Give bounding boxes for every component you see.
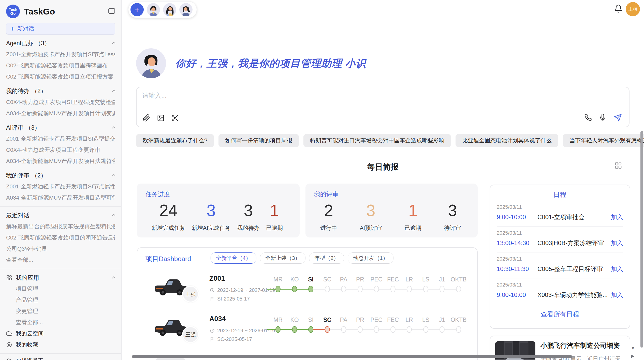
avatar-contact-1[interactable] <box>147 3 160 16</box>
scissors-icon[interactable] <box>171 114 179 123</box>
chevron-up-icon <box>112 174 115 178</box>
join-link[interactable]: 加入 <box>611 213 623 221</box>
owner-badge: 王强 <box>182 326 199 343</box>
project-row-z001[interactable]: 王强 Z001 2023-12-19 ~ 2027-01-19 SI-2025-… <box>137 273 477 313</box>
join-link[interactable]: 加入 <box>611 239 623 247</box>
project-dashboard-card: 项目Dashboard 全新平台（4） 全新上装（3） 年型（2） 动总开发（1… <box>137 247 478 360</box>
ai-employee-label: AI超级员工 <box>16 357 43 360</box>
sidebar-item-ai-employee[interactable]: AI超级员工 <box>6 355 115 360</box>
milestone-node-pending <box>440 286 445 292</box>
dashboard-title: 项目Dashboard <box>145 254 191 263</box>
input-toolbar-right <box>584 114 622 123</box>
sidebar-item[interactable]: C02-飞腾新能源轻客改款项目里程碑画布 <box>6 60 115 71</box>
notification-bell-icon[interactable] <box>614 4 623 14</box>
project-dates: 2023-12-19 ~ 2026-01-19 <box>210 328 275 334</box>
new-chat-button[interactable]: + 新对话 <box>6 23 115 35</box>
sidebar-item[interactable]: Z001-全新燃油皮卡产品开发项目SI节点Lesson Learn报告 <box>6 49 115 60</box>
app-item-change-mgmt[interactable]: 变更管理 <box>6 306 115 317</box>
sidebar-item[interactable]: C02-飞腾新能源轻客改款项目立项汇报方案 <box>6 71 115 82</box>
card-title: 我的评审 <box>314 190 463 198</box>
filter-chip-powertrain[interactable]: 动总开发（1） <box>348 252 393 264</box>
view-all-schedule-link[interactable]: 查看所有日程 <box>497 310 623 318</box>
app-item-product-mgmt[interactable]: 产品管理 <box>6 294 115 306</box>
avatar-contact-2[interactable] <box>163 3 176 16</box>
join-link[interactable]: 加入 <box>611 291 623 299</box>
owner-name: 王强 <box>185 291 196 298</box>
suggestion-chip[interactable]: 比亚迪全固态电池计划具体说了什么 <box>456 134 558 147</box>
suggestion-chip[interactable]: 当下年轻人对汽车外观有怎样的喜好趋势 <box>563 134 644 147</box>
recent-chat-item[interactable]: 公司Q3轻卡销量 <box>6 243 115 254</box>
cloud-space-label: 我的云空间 <box>16 330 44 337</box>
main-area: + 王强 你好，王强，我是你的项目管理助理 小识 <box>122 0 644 360</box>
project-row-a034[interactable]: 王强 A034 2023-12-19 ~ 2026-01-19 SC-2025-… <box>137 313 477 354</box>
milestone-node-pending <box>390 286 396 292</box>
schedule-date: 2025/03/11 <box>497 230 623 236</box>
horizontal-scrollbar-thumb[interactable] <box>132 355 572 358</box>
section-header-ai-review[interactable]: AI评审 （3） <box>6 122 115 133</box>
recent-chat-item[interactable]: C02-飞腾新能源轻客改款项目的闭环通告反馈情况 <box>6 232 115 243</box>
section-header-my-todo[interactable]: 我的待办 （2） <box>6 85 115 97</box>
input-toolbar-left <box>143 114 179 123</box>
sidebar-item[interactable]: A034-全新新能源MUV产品开发项目计划变更表编写 <box>6 108 115 119</box>
section-header-my-review[interactable]: 我的评审 （2） <box>6 170 115 181</box>
section-count: （2） <box>32 87 47 95</box>
milestone-node-done <box>275 286 281 292</box>
section-title: 我的评审 <box>6 172 30 179</box>
sidebar-item[interactable]: A034-全新新能源MUV产品开发项目造型可行性评审 <box>6 192 115 203</box>
stat-ai-completed: 3 新增AI完成任务 <box>192 201 231 232</box>
microphone-icon[interactable] <box>599 114 607 123</box>
section-title: Agent已办 <box>6 39 33 47</box>
assistant-avatar <box>136 48 166 78</box>
milestone-node-pending <box>456 326 461 333</box>
milestone-node-pending <box>423 326 428 333</box>
quick-actions-pill: + <box>128 1 197 18</box>
join-link[interactable]: 加入 <box>611 265 623 273</box>
sidebar-collapse-icon[interactable] <box>108 8 115 15</box>
recent-view-all[interactable]: 查看全部... <box>6 254 115 266</box>
schedule-item: 2025/03/11 9:00-10:00 C001-立项审批会 加入 <box>497 201 623 227</box>
app-item-project-mgmt[interactable]: 项目管理 <box>6 283 115 294</box>
apps-view-all[interactable]: 查看全部... <box>6 317 115 328</box>
section-header-my-apps[interactable]: 我的应用 <box>6 272 115 283</box>
sidebar-item-favorites[interactable]: 我的收藏 <box>6 339 115 350</box>
filter-chip-platform[interactable]: 全新平台（4） <box>211 252 256 264</box>
sidebar-item[interactable]: Z001-全新燃油轻卡产品开发项目SI造型提交物评审 <box>6 133 115 144</box>
suggestion-chip[interactable]: 欧洲新规最近颁布了什么? <box>136 134 214 147</box>
schedule-item: 2025/03/11 13:00-14:30 C003|H0B-方案冻结评审 加… <box>497 227 623 252</box>
schedule-item: 2025/03/11 10:30-11:30 C005-整车工程目标评审 加入 <box>497 252 623 278</box>
filter-chip-modelyear[interactable]: 年型（2） <box>309 252 344 264</box>
filter-chip-upfit[interactable]: 全新上装（3） <box>260 252 306 264</box>
user-avatar[interactable]: 王强 <box>626 2 640 16</box>
image-icon[interactable] <box>157 114 165 123</box>
suggestion-chip[interactable]: 如何写一份清晰的项目周报 <box>218 134 299 147</box>
avatar-contact-3[interactable] <box>179 3 193 16</box>
add-contact-button[interactable]: + <box>130 3 144 16</box>
milestone-node-pending <box>374 326 379 333</box>
suggestion-chip[interactable]: 特朗普可能对进口汽车增税会对中国车企造成哪些影响 <box>303 134 451 147</box>
sidebar-item[interactable]: A034-全新新能源MUV产品开发项目法规符合性评审 <box>6 156 115 167</box>
logo-text-2: Go <box>10 11 16 16</box>
schedule-event-title: C001-立项审批会 <box>537 213 611 221</box>
section-title: AI评审 <box>6 124 23 132</box>
chat-input[interactable] <box>142 91 575 109</box>
section-header-recent-chats[interactable]: 最近对话 <box>6 210 115 221</box>
scroll-down-arrow[interactable]: ▼ <box>631 346 635 351</box>
stat-new-completed: 24 新增完成任务 <box>152 201 185 232</box>
sidebar-item-cloud-space[interactable]: 我的云空间 <box>6 328 115 339</box>
schedule-date: 2025/03/11 <box>497 256 623 262</box>
chevron-up-icon <box>112 214 115 218</box>
send-icon[interactable] <box>614 114 622 123</box>
section-header-agent-done[interactable]: Agent已办 （3） <box>6 38 115 49</box>
phone-call-icon[interactable] <box>584 114 592 123</box>
recent-chat-item[interactable]: 解释最新出台的欧盟报废车法规再生塑料比例被调至15%... <box>6 221 115 232</box>
schedule-time: 13:00-14:30 <box>497 239 537 247</box>
vertical-scrollbar-thumb[interactable] <box>640 131 643 348</box>
sidebar-item[interactable]: C0X4-动力总成开发项目SI里程碑提交物检查 <box>6 97 115 108</box>
scroll-right-arrow[interactable]: ▶ <box>631 353 634 359</box>
attachment-icon[interactable] <box>143 114 150 123</box>
sidebar-item[interactable]: Z001-全新燃油轻卡产品开发项目SI节点属性5D文件评审 <box>6 181 115 192</box>
project-dates: 2023-12-19 ~ 2027-01-19 <box>210 287 275 293</box>
stat-ai-prereview: 3 AI预评审 <box>360 201 382 232</box>
sidebar-item[interactable]: C0X4-动力总成开发项目工程变更评审 <box>6 144 115 156</box>
layout-grid-icon[interactable] <box>614 162 622 170</box>
